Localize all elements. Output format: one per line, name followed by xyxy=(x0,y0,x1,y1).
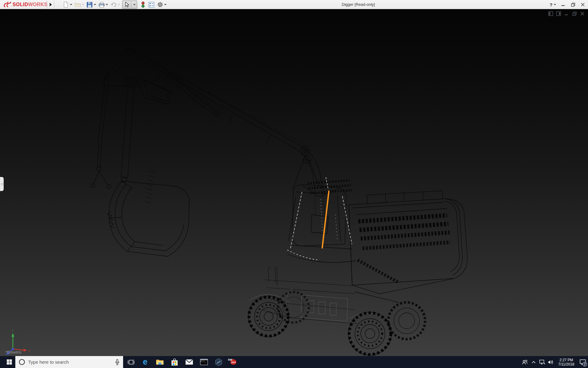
search-input[interactable] xyxy=(28,359,115,365)
settings-button[interactable] xyxy=(157,2,167,8)
taskbar-file-explorer-button[interactable] xyxy=(153,356,167,368)
hidden-icons-chevron[interactable] xyxy=(529,356,538,368)
select-tool-button[interactable] xyxy=(122,1,137,9)
volume-icon[interactable] xyxy=(546,356,555,368)
system-tray: 2:27 PM 7/11/2018 2 xyxy=(521,356,588,368)
minimize-icon xyxy=(561,3,565,6)
file-explorer-icon xyxy=(156,359,164,365)
view-orientation-label: *Dimetric xyxy=(6,350,22,355)
windows-logo-icon xyxy=(7,359,12,365)
window-title: Digger [Read-only] xyxy=(318,0,398,9)
open-folder-icon xyxy=(74,2,81,8)
save-icon xyxy=(86,2,93,8)
taskbar-store-button[interactable] xyxy=(167,356,182,368)
restore-button[interactable] xyxy=(570,2,576,7)
taskbar-edge-button[interactable]: e xyxy=(138,356,153,368)
sw-icon-letters: SW xyxy=(228,358,232,361)
titlebar-controls: ? xyxy=(550,0,586,9)
taskbar-hexagon-app-button[interactable] xyxy=(211,356,226,368)
divider xyxy=(131,2,131,8)
new-document-button[interactable] xyxy=(62,2,72,8)
axis-y-label: Y xyxy=(12,329,13,332)
task-view-button[interactable] xyxy=(124,356,138,368)
rebuild-button[interactable] xyxy=(140,2,146,8)
terminal-prompt-text: C:\_ xyxy=(201,360,206,363)
undo-icon xyxy=(110,2,117,8)
help-button[interactable]: ? xyxy=(550,2,556,7)
taskbar-solidworks-button[interactable]: SW 2017 xyxy=(226,356,241,368)
select-dropdown[interactable] xyxy=(133,4,136,5)
properties-list-icon xyxy=(148,2,155,8)
taskbar: e xyxy=(0,356,588,368)
taskbar-terminal-button[interactable]: C:\_ xyxy=(197,356,211,368)
undo-button[interactable] xyxy=(110,2,120,8)
action-center-button[interactable]: 2 xyxy=(578,356,588,368)
help-dropdown[interactable] xyxy=(554,4,556,5)
taskbar-mail-button[interactable] xyxy=(182,356,197,368)
menu-flyout-button[interactable] xyxy=(47,1,54,9)
notification-badge: 2 xyxy=(582,362,587,366)
axis-x-label: X xyxy=(28,349,30,352)
hexagon-app-icon xyxy=(215,358,223,366)
start-button[interactable] xyxy=(3,356,15,368)
close-icon xyxy=(581,3,585,6)
options-list-button[interactable] xyxy=(148,2,155,8)
taskbar-search[interactable] xyxy=(15,356,123,368)
clock-date: 7/11/2018 xyxy=(556,362,576,366)
sw-icon-year: 2017 xyxy=(231,361,236,363)
edge-icon: e xyxy=(143,358,147,366)
3d-viewport[interactable]: Y X *Dimetric xyxy=(0,9,588,356)
solidworks-window: SOLIDWORKS xyxy=(0,0,588,368)
wheel-front-left xyxy=(248,296,289,337)
network-icon[interactable] xyxy=(538,356,546,368)
wheel-rear-right xyxy=(388,302,425,339)
ds-logo-icon xyxy=(3,2,11,8)
digger-wireframe-model xyxy=(0,9,588,356)
gear-icon xyxy=(157,2,163,8)
microphone-icon[interactable] xyxy=(115,359,119,365)
task-view-icon xyxy=(128,359,134,365)
people-icon[interactable] xyxy=(521,356,529,368)
solidworks-logo: SOLIDWORKS xyxy=(3,1,47,8)
clock-time: 2:27 PM xyxy=(556,358,576,362)
open-button[interactable] xyxy=(74,2,84,8)
save-button[interactable] xyxy=(86,2,96,8)
titlebar: SOLIDWORKS xyxy=(0,0,588,9)
minimize-button[interactable] xyxy=(560,2,566,7)
flyout-arrow-icon xyxy=(49,2,52,7)
taskbar-clock[interactable]: 2:27 PM 7/11/2018 xyxy=(556,358,576,366)
new-document-icon xyxy=(62,2,69,8)
restore-icon xyxy=(571,3,575,7)
quick-access-toolbar xyxy=(62,1,169,8)
print-button[interactable] xyxy=(98,2,108,8)
select-cursor-icon xyxy=(124,2,130,8)
mail-icon xyxy=(185,359,193,365)
wheel-front-right xyxy=(349,312,391,355)
cortana-icon xyxy=(19,359,25,365)
traffic-light-icon xyxy=(140,2,146,8)
orientation-triad: Y X xyxy=(2,324,39,355)
print-icon xyxy=(98,2,105,8)
close-button[interactable] xyxy=(580,2,586,7)
store-icon xyxy=(171,358,178,366)
brand-text: SOLIDWORKS xyxy=(13,2,47,7)
